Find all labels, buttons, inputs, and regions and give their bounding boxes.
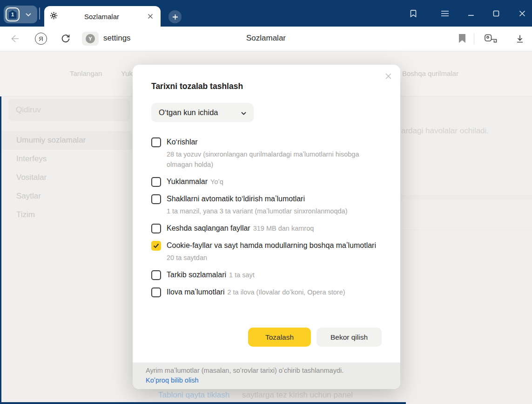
menu-icon[interactable] (438, 7, 451, 20)
history-item-subtext: 28 ta yozuv (sinxronlangan qurilmalardag… (167, 149, 362, 170)
checkbox[interactable] (151, 177, 161, 187)
restore-tableau-link[interactable]: Tabloni qayta tiklash (158, 390, 229, 400)
yandex-icon[interactable]: Я (35, 33, 47, 45)
history-item-label: Tarkib sozlamalari (167, 271, 226, 279)
history-item-row: Ilova maʼlumotlari2 ta ilova (Ilovalar d… (151, 287, 382, 297)
tab-sozlamalar[interactable]: Sozlamalar (44, 6, 161, 27)
history-item-row: Koʻrishlar 28 ta yozuv (sinxronlangan qu… (151, 137, 382, 170)
period-select-value: Oʻtgan kun ichida (159, 108, 218, 117)
history-item-row: YuklanmalarYoʻq (151, 177, 382, 187)
window-close-button[interactable] (516, 7, 529, 20)
refresh-icon[interactable] (60, 33, 72, 45)
cancel-button[interactable]: Bekor qilish (317, 328, 382, 347)
dialog-title: Tarixni tozalab tashlash (151, 82, 400, 91)
profile-shield-badge: 1 (6, 7, 20, 21)
toolbar-separator (474, 33, 474, 44)
downloads-icon[interactable] (514, 33, 526, 45)
history-item-label-wrap: Cookie-fayllar va sayt hamda modullarnin… (167, 240, 376, 251)
gear-icon (50, 12, 58, 21)
sidebar-item-label: Tizim (16, 210, 35, 219)
check-icon (153, 243, 159, 248)
history-item-row: Keshda saqlangan fayllar319 MB dan kamro… (151, 223, 382, 233)
settings-nav-boshqa-qurilmalar[interactable]: Boshqa qurilmalar (402, 69, 458, 77)
tab-title: Sozlamalar (58, 13, 146, 21)
checkbox[interactable] (151, 137, 161, 147)
history-item-label-wrap: Koʻrishlar (167, 137, 198, 147)
history-item-inline-value: 2 ta ilova (Ilovalar doʻkoni, Opera stor… (227, 288, 345, 296)
history-item-label: Cookie-fayllar va sayt hamda modullarnin… (167, 241, 376, 249)
history-item-checkbox-row[interactable]: Tarkib sozlamalari1 ta sayt (151, 270, 382, 280)
collections-icon[interactable] (407, 7, 420, 20)
history-item-label-wrap: Tarkib sozlamalari1 ta sayt (167, 270, 255, 280)
sidebar-item-label: Saytlar (16, 192, 41, 201)
sidebar-item[interactable]: Tizim (1, 205, 132, 224)
checkbox[interactable] (151, 224, 161, 233)
history-item-row: Cookie-fayllar va sayt hamda modullarnin… (151, 240, 382, 263)
dialog-footer: Ayrim maʼlumotlar (masalan, soʻrovlar ta… (133, 363, 400, 389)
passwords-key-icon[interactable] (483, 32, 499, 45)
learn-more-link[interactable]: Koʻproq bilib olish (146, 376, 199, 385)
chevron-down-icon (241, 108, 246, 117)
background-section-band (400, 195, 532, 199)
protect-icon: Y (86, 34, 95, 43)
history-item-checkbox-row[interactable]: Koʻrishlar (151, 137, 382, 147)
checkbox[interactable] (151, 270, 161, 280)
checkbox[interactable] (151, 241, 161, 251)
protect-badge[interactable]: Y (82, 32, 99, 46)
background-section-line (400, 230, 532, 230)
sidebar-item-label: Umumiy sozlamalar (16, 136, 86, 145)
history-item-label-wrap: Shakllarni avtomatik toʻldirish maʼlumot… (167, 194, 305, 204)
dialog-close-icon[interactable] (383, 70, 394, 82)
history-item-row: Shakllarni avtomatik toʻldirish maʼlumot… (151, 194, 382, 216)
clear-button[interactable]: Tozalash (248, 328, 311, 347)
tableau-description: saytlarga tez kirish uchun panel (242, 390, 353, 400)
settings-nav-tanlangan[interactable]: Tanlangan (70, 69, 102, 77)
history-item-checkbox-row[interactable]: YuklanmalarYoʻq (151, 177, 382, 187)
history-item-label: Ilova maʼlumotlari (167, 288, 224, 296)
toolbar-page-title: Sozlamalar (246, 34, 286, 43)
history-item-checkbox-row[interactable]: Keshda saqlangan fayllar319 MB dan kamro… (151, 223, 382, 233)
history-item-subtext: 20 ta saytdan (167, 253, 362, 263)
window-minimize-button[interactable] (465, 7, 478, 20)
history-item-label-wrap: Ilova maʼlumotlari2 ta ilova (Ilovalar d… (167, 287, 345, 297)
history-item-inline-value: 1 ta sayt (229, 271, 255, 279)
checkbox[interactable] (151, 288, 161, 297)
history-item-list: Koʻrishlar 28 ta yozuv (sinxronlangan qu… (133, 137, 400, 297)
profile-button[interactable]: 1 (4, 6, 37, 23)
settings-search-input[interactable]: Qidiruv (8, 99, 130, 121)
history-item-checkbox-row[interactable]: Shakllarni avtomatik toʻldirish maʼlumot… (151, 194, 382, 204)
sidebar-item[interactable]: Vositalar (1, 168, 132, 187)
sidebar-item[interactable]: Interfeys (1, 150, 132, 168)
history-item-inline-value: 319 MB dan kamroq (253, 225, 314, 232)
sidebar-item[interactable]: Saytlar (1, 187, 132, 205)
period-select[interactable]: Oʻtgan kun ichida (151, 103, 254, 122)
background-text-fragment: ardagi havolalar ochiladi. (401, 126, 489, 136)
window-maximize-button[interactable] (490, 7, 503, 20)
profile-count: 1 (9, 10, 17, 19)
tabstrip-separator (39, 7, 40, 20)
sidebar-item-label: Vositalar (16, 173, 47, 182)
clear-history-dialog: Tarixni tozalab tashlash Oʻtgan kun ichi… (133, 65, 400, 389)
new-tab-button[interactable] (168, 10, 182, 23)
window-frame-bottom (0, 402, 406, 404)
history-item-subtext: 1 ta manzil, yana 3 ta variant (maʼlumot… (167, 206, 362, 216)
history-item-label: Keshda saqlangan fayllar (167, 224, 250, 232)
history-item-checkbox-row[interactable]: Cookie-fayllar va sayt hamda modullarnin… (151, 240, 382, 251)
history-item-label-wrap: YuklanmalarYoʻq (167, 177, 223, 187)
history-item-label: Shakllarni avtomatik toʻldirish maʼlumot… (167, 195, 305, 203)
history-item-inline-value: Yoʻq (210, 178, 223, 185)
address-input[interactable]: settings (103, 34, 131, 43)
footer-note: Ayrim maʼlumotlar (masalan, soʻrovlar ta… (146, 366, 387, 376)
sidebar-item-label: Interfeys (16, 154, 47, 164)
back-icon[interactable] (8, 33, 20, 45)
search-placeholder: Qidiruv (16, 105, 41, 115)
dialog-buttons: Tozalash Bekor qilish (248, 328, 382, 347)
history-item-label: Koʻrishlar (167, 138, 198, 146)
history-item-checkbox-row[interactable]: Ilova maʼlumotlari2 ta ilova (Ilovalar d… (151, 287, 382, 297)
tab-close-icon[interactable] (146, 12, 155, 21)
yandex-letter: Я (39, 35, 43, 42)
checkbox[interactable] (151, 194, 161, 204)
history-item-label-wrap: Keshda saqlangan fayllar319 MB dan kamro… (167, 223, 314, 233)
chevron-down-icon (20, 13, 37, 16)
sidebar-item[interactable]: Umumiy sozlamalar (1, 131, 132, 150)
